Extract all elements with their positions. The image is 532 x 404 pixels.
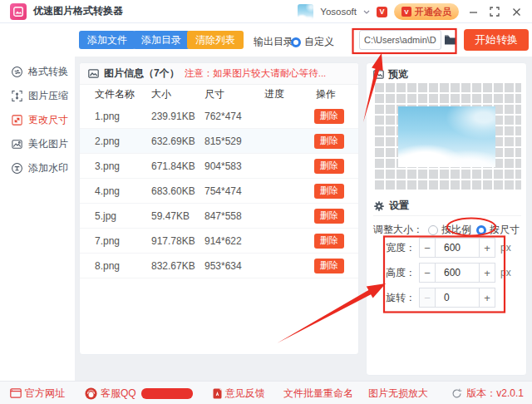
close-button[interactable] [509, 4, 524, 19]
radio-icon [476, 225, 486, 235]
rotate-field-row: 旋转： − 0 + [386, 288, 500, 308]
vip-icon: V [401, 7, 411, 17]
custom-output-radio[interactable]: 自定义 [291, 35, 334, 49]
delete-button[interactable]: 删除 [314, 184, 344, 199]
delete-button[interactable]: 删除 [314, 234, 344, 249]
file-name: 2.png [95, 135, 151, 147]
compress-icon [11, 90, 23, 102]
delete-button[interactable]: 删除 [314, 259, 344, 273]
sidebar-item-compress[interactable]: 图片压缩 [0, 84, 75, 108]
table-row: 7.png 917.78KB 914*622 删除 [80, 229, 358, 254]
rotate-minus-button[interactable]: − [419, 288, 436, 308]
delete-button[interactable]: 删除 [314, 209, 344, 224]
col-progress: 进度 [256, 87, 314, 101]
table-row: 4.png 683.60KB 754*474 删除 [80, 179, 358, 204]
file-dims: 762*474 [204, 111, 256, 122]
file-list-header: 图片信息（7个） 注意：如果图片较大请耐心等待... [80, 63, 358, 85]
app-title: 优速图片格式转换器 [33, 4, 123, 18]
delete-button[interactable]: 删除 [314, 159, 344, 174]
preview-header: 预览 [373, 67, 408, 81]
vip-badge-icon[interactable]: V [377, 7, 387, 17]
lossless-zoom-link[interactable]: 图片无损放大 [368, 387, 428, 401]
titlebar: 优速图片格式转换器 Yososoft V V 开通会员 [0, 0, 532, 23]
sidebar-item-format-convert[interactable]: 格式转换 [0, 60, 75, 84]
batch-rename-link[interactable]: 文件批量重命名 [283, 387, 353, 401]
qq-support-link[interactable]: 客服QQ [85, 387, 193, 401]
official-site-link[interactable]: 官方网址 [10, 387, 65, 401]
file-list-panel: 图片信息（7个） 注意：如果图片较大请耐心等待... 文件名称 大小 尺寸 进度… [79, 62, 359, 355]
file-dims: 914*622 [204, 235, 256, 247]
file-list-notice: 注意：如果图片较大请耐心等待... [185, 67, 327, 80]
feedback-link[interactable]: 意见反馈 [213, 387, 265, 401]
preview-image [398, 106, 495, 167]
file-name: 1.png [95, 111, 151, 122]
add-folder-button[interactable]: 添加目录 [133, 31, 190, 49]
browse-folder-icon[interactable] [444, 34, 457, 47]
open-vip-button[interactable]: V 开通会员 [394, 3, 459, 20]
height-minus-button[interactable]: − [419, 263, 436, 283]
file-size: 632.69KB [151, 135, 204, 147]
update-refresh-icon[interactable] [451, 388, 462, 399]
rotate-value[interactable]: 0 [436, 288, 479, 308]
file-size: 59.47KB [151, 210, 204, 222]
sidebar-item-resize[interactable]: 更改尺寸 [0, 108, 75, 132]
add-file-button[interactable]: 添加文件 [79, 31, 135, 49]
resize-label: 调整大小： [373, 223, 423, 237]
sidebar-item-watermark[interactable]: 添加水印 [0, 156, 75, 180]
qq-number-redaction [141, 388, 193, 399]
radio-icon [428, 225, 438, 235]
transparency-checkerboard [373, 81, 521, 190]
width-unit: px [500, 242, 511, 254]
toolbar: 添加文件 添加目录 清除列表 输出目录： 自定义 开始转换 [0, 23, 532, 57]
maximize-button[interactable] [487, 4, 502, 19]
resize-mode-row: 调整大小： 按比例 按尺寸 [373, 223, 520, 237]
by-ratio-radio[interactable]: 按比例 [428, 223, 471, 237]
file-size: 239.91KB [151, 111, 204, 122]
radio-icon [291, 37, 301, 47]
by-size-radio[interactable]: 按尺寸 [476, 223, 520, 237]
table-row: 5.jpg 59.47KB 847*558 删除 [80, 204, 358, 229]
convert-icon [11, 66, 23, 78]
beautify-icon [11, 138, 23, 150]
height-label: 高度： [386, 266, 419, 280]
height-unit: px [500, 267, 511, 278]
height-plus-button[interactable]: + [479, 263, 495, 283]
start-convert-button[interactable]: 开始转换 [464, 29, 529, 51]
file-size: 671.84KB [151, 160, 204, 172]
rotate-plus-button[interactable]: + [479, 288, 495, 308]
chevron-down-icon[interactable] [363, 10, 370, 14]
sidebar-item-beautify[interactable]: 美化图片 [0, 132, 75, 156]
minimize-button[interactable] [466, 4, 480, 19]
output-path-input[interactable] [359, 30, 441, 50]
delete-button[interactable]: 删除 [314, 134, 344, 149]
file-dims: 953*634 [204, 260, 256, 272]
website-icon [10, 388, 22, 398]
version-text: 版本：v2.0.1 [466, 387, 524, 401]
width-plus-button[interactable]: + [479, 238, 495, 258]
feedback-doc-icon [213, 388, 222, 399]
app-logo-icon [10, 3, 27, 20]
file-size: 917.78KB [151, 235, 204, 247]
file-list-title: 图片信息（7个） [104, 67, 180, 81]
width-value[interactable]: 600 [436, 238, 479, 258]
account-name[interactable]: Yososoft [320, 7, 357, 17]
preview-icon [373, 70, 384, 79]
col-filename: 文件名称 [95, 87, 151, 101]
height-field-row: 高度： − 600 + px [386, 263, 511, 283]
user-avatar[interactable] [298, 4, 313, 20]
file-name: 8.png [95, 260, 151, 272]
clear-list-button[interactable]: 清除列表 [187, 31, 244, 49]
file-dims: 847*558 [204, 210, 256, 222]
table-row: 2.png 632.69KB 815*529 删除 [80, 129, 358, 154]
delete-button[interactable]: 删除 [314, 109, 344, 124]
sidebar: 格式转换 图片压缩 更改尺寸 美化图片 添加水印 [0, 57, 75, 381]
settings-header: 设置 [373, 196, 521, 216]
width-minus-button[interactable]: − [419, 238, 436, 258]
height-value[interactable]: 600 [436, 263, 479, 283]
statusbar: 官方网址 客服QQ 意见反馈 文件批量重命名 图片无损放大 版本：v2.0.1 [0, 381, 532, 404]
table-header: 文件名称 大小 尺寸 进度 操作 [80, 85, 358, 104]
col-dims: 尺寸 [204, 87, 256, 101]
file-dims: 754*474 [204, 185, 256, 197]
support-avatar-icon [85, 387, 97, 400]
col-size: 大小 [151, 87, 204, 101]
